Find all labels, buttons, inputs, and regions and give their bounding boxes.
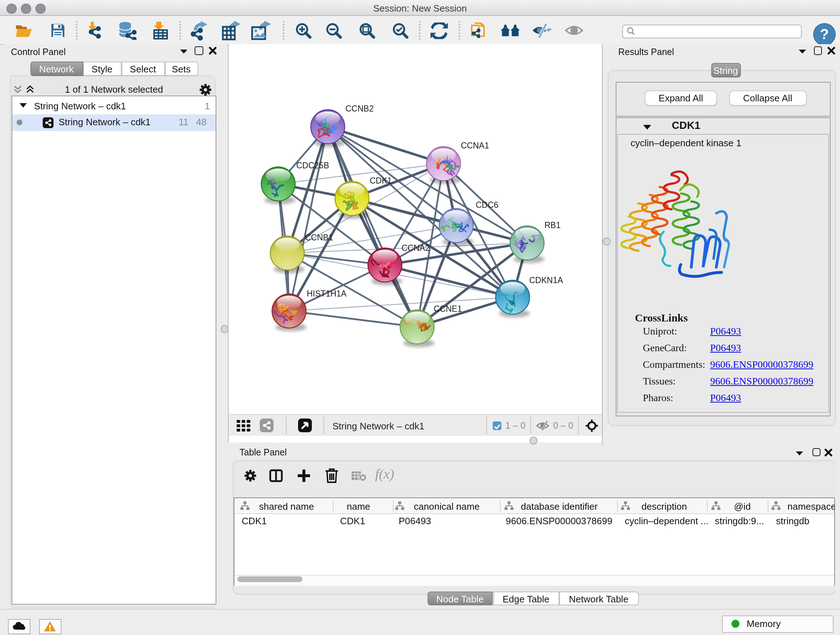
svg-text:CCNB1: CCNB1 [305,233,333,242]
svg-text:CDC6: CDC6 [475,200,498,210]
svg-text:CDK1: CDK1 [369,176,392,185]
svg-text:CDC25B: CDC25B [296,161,329,170]
svg-text:CCNA1: CCNA1 [461,141,489,150]
svg-text:CDKN1A: CDKN1A [529,276,563,285]
svg-text:CCNA2: CCNA2 [401,243,429,253]
svg-text:CCNB2: CCNB2 [345,104,373,113]
svg-text:RB1: RB1 [544,220,561,230]
svg-text:CCNE1: CCNE1 [433,304,462,314]
svg-text:HIST1H1A: HIST1H1A [306,289,347,298]
